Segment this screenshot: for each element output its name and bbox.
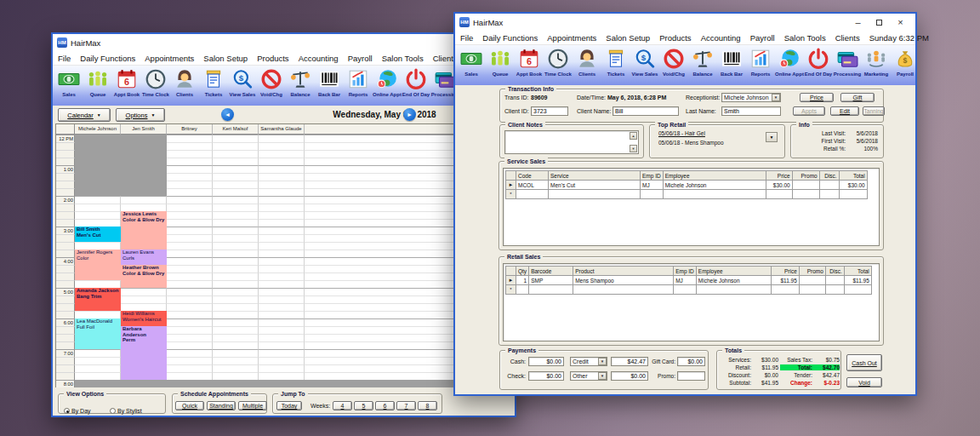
top-retail-item[interactable]: 05/06/18 - Mens Shampoo bbox=[658, 140, 759, 146]
calendar-cell[interactable] bbox=[167, 165, 213, 173]
toolbar-tickets[interactable]: Tickets bbox=[199, 66, 228, 106]
stylist-column-michele-johnson[interactable]: Michele Johnson bbox=[75, 124, 121, 135]
cell[interactable] bbox=[674, 285, 697, 295]
scroll-up-icon[interactable]: ▲ bbox=[630, 132, 637, 140]
calendar-cell[interactable] bbox=[167, 357, 213, 364]
cell[interactable] bbox=[844, 285, 871, 295]
promo-input[interactable] bbox=[677, 371, 705, 381]
calendar-cell[interactable] bbox=[259, 349, 305, 357]
calendar-cell[interactable] bbox=[213, 196, 259, 204]
standing-button[interactable]: Standing bbox=[207, 401, 236, 410]
menu-payroll[interactable]: Payroll bbox=[750, 33, 775, 43]
calendar-cell[interactable] bbox=[75, 204, 121, 211]
toolbar-appt-book[interactable]: 6Appt Book bbox=[112, 66, 141, 106]
previous-day-button[interactable]: ◄ bbox=[221, 108, 234, 121]
appointment-lea-macdonald[interactable]: Lea MacDonaldFull Foil bbox=[75, 318, 121, 349]
calendar-cell[interactable] bbox=[213, 173, 259, 181]
cell[interactable] bbox=[529, 285, 573, 295]
calendar-cell[interactable] bbox=[167, 227, 213, 234]
toolbar-queue[interactable]: Queue bbox=[486, 46, 515, 85]
calendar-cell[interactable] bbox=[75, 219, 121, 227]
cell[interactable]: Michele Johnson bbox=[663, 181, 766, 190]
options-menu-button[interactable]: Options▼ bbox=[116, 108, 165, 122]
menu-daily-functions[interactable]: Daily Functions bbox=[482, 33, 538, 43]
calendar-cell[interactable] bbox=[259, 311, 305, 318]
calendar-cell[interactable] bbox=[213, 211, 259, 219]
cell[interactable]: $30.00 bbox=[766, 181, 792, 190]
menu-products[interactable]: Products bbox=[659, 33, 692, 43]
calendar-cell[interactable] bbox=[259, 227, 305, 234]
calendar-cell[interactable] bbox=[75, 349, 121, 357]
calendar-cell[interactable] bbox=[167, 142, 213, 150]
appointment-lauren-evans[interactable]: Lauren EvansCurls bbox=[121, 250, 167, 265]
calendar-cell[interactable] bbox=[213, 364, 259, 372]
calendar-cell[interactable] bbox=[213, 272, 259, 280]
toolbar-void-chg[interactable]: Void/Chg bbox=[659, 46, 688, 85]
toolbar-reports[interactable]: Reports bbox=[344, 66, 373, 106]
calendar-cell[interactable] bbox=[213, 142, 259, 150]
calendar-cell[interactable] bbox=[167, 234, 213, 242]
calendar-cell[interactable] bbox=[167, 204, 213, 211]
client-id-input[interactable] bbox=[531, 106, 568, 116]
cell[interactable] bbox=[825, 276, 844, 285]
calendar-cell[interactable] bbox=[167, 196, 213, 204]
top-retail-item[interactable]: 05/06/18 - Hair Gel bbox=[658, 130, 759, 136]
calendar-cell[interactable] bbox=[213, 334, 259, 341]
payment-type-select-2[interactable]: Other▼ bbox=[570, 371, 607, 381]
menu-clients[interactable]: Clients bbox=[835, 33, 860, 43]
calendar-cell[interactable] bbox=[213, 135, 259, 142]
toolbar-void-chg[interactable]: Void/Chg bbox=[257, 66, 286, 106]
cell[interactable]: $11.95 bbox=[844, 276, 871, 285]
appointment-heidi-williams[interactable]: Heidi WilliamsWomen's Haircut bbox=[121, 311, 167, 326]
cell[interactable] bbox=[839, 190, 867, 199]
cell[interactable] bbox=[573, 285, 674, 295]
calendar-cell[interactable] bbox=[121, 303, 167, 311]
maximize-button[interactable] bbox=[869, 14, 890, 31]
cell[interactable]: MJ bbox=[641, 181, 664, 190]
toolbar-online-appt[interactable]: Online Appt bbox=[775, 46, 804, 85]
appointment-jennifer-rogers[interactable]: Jennifer RogersColor bbox=[75, 250, 121, 280]
calendar-cell[interactable] bbox=[259, 250, 305, 257]
calendar-cell[interactable] bbox=[75, 242, 121, 250]
cell[interactable] bbox=[792, 181, 819, 190]
calendar-cell[interactable] bbox=[167, 326, 213, 334]
cell[interactable]: Mens Shampoo bbox=[573, 276, 674, 285]
calendar-cell[interactable] bbox=[213, 227, 259, 234]
toolbar-balance[interactable]: Balance bbox=[688, 46, 717, 85]
cell[interactable]: SMP bbox=[529, 276, 573, 285]
toolbar-processing[interactable]: Processing bbox=[833, 46, 862, 85]
scroll-down-icon[interactable]: ▼ bbox=[630, 145, 637, 152]
calendar-cell[interactable] bbox=[121, 204, 167, 211]
cell[interactable] bbox=[819, 190, 839, 199]
calendar-cell[interactable] bbox=[75, 280, 121, 288]
stylist-column-samantha-glaude[interactable]: Samantha Glaude bbox=[259, 124, 305, 135]
table-row[interactable]: * bbox=[506, 190, 868, 199]
appts-button[interactable]: Appts bbox=[793, 106, 825, 116]
by-day-radio[interactable]: By Day bbox=[64, 401, 91, 416]
calendar-cell[interactable] bbox=[75, 196, 121, 204]
calendar-cell[interactable] bbox=[259, 265, 305, 272]
menu-file[interactable]: File bbox=[58, 54, 71, 63]
calendar-cell[interactable] bbox=[75, 311, 121, 318]
by-stylist-radio[interactable]: By Stylist bbox=[110, 401, 142, 416]
toolbar-appt-book[interactable]: 6Appt Book bbox=[515, 46, 544, 85]
calendar-cell[interactable] bbox=[213, 165, 259, 173]
menu-accounting[interactable]: Accounting bbox=[701, 33, 741, 43]
calendar-cell[interactable] bbox=[213, 341, 259, 349]
appointment-barbara-anderson[interactable]: Barbara AndersonPerm bbox=[121, 326, 167, 380]
calendar-cell[interactable] bbox=[259, 318, 305, 326]
calendar-cell[interactable] bbox=[213, 181, 259, 188]
calendar-cell[interactable] bbox=[259, 142, 305, 150]
table-row[interactable]: * bbox=[506, 285, 872, 295]
calendar-cell[interactable] bbox=[259, 165, 305, 173]
calendar-cell[interactable] bbox=[259, 257, 305, 265]
menu-payroll[interactable]: Payroll bbox=[348, 54, 373, 63]
close-button[interactable]: × bbox=[890, 14, 911, 31]
other-amount-input[interactable] bbox=[611, 371, 648, 381]
calendar-cell[interactable] bbox=[259, 372, 305, 380]
calendar-cell[interactable] bbox=[213, 311, 259, 318]
calendar-cell[interactable] bbox=[167, 150, 213, 158]
cell[interactable] bbox=[799, 285, 825, 295]
edit-button[interactable]: Edit bbox=[830, 106, 859, 116]
calendar-cell[interactable] bbox=[213, 372, 259, 380]
